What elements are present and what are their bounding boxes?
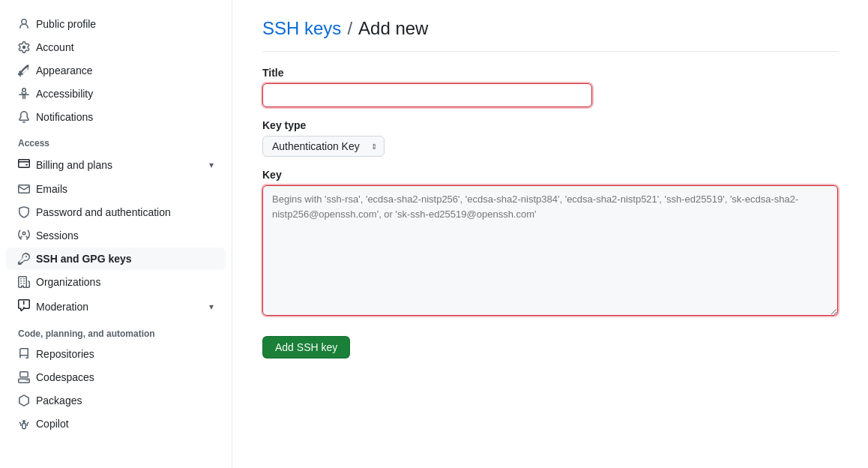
sidebar-item-label: Copilot [36,418,69,430]
key-type-wrapper: Authentication Key Signing Key ⇕ [262,136,385,157]
sidebar-item-label: Billing and plans [36,159,112,171]
key-group: Key [262,169,838,318]
sidebar-item-organizations[interactable]: Organizations [6,271,226,293]
breadcrumb-link[interactable]: SSH keys [262,18,341,39]
creditcard-icon [18,158,30,172]
org-icon [18,276,30,288]
codespaces-icon [18,371,30,383]
sidebar-item-appearance[interactable]: Appearance [6,59,226,82]
title-label: Title [262,67,838,79]
sidebar-section-1: Public profile Account Appearance Access… [0,13,232,128]
sidebar-item-account[interactable]: Account [6,36,226,58]
gear-icon [18,41,30,53]
page-header: SSH keys / Add new [262,18,838,52]
title-input[interactable] [262,83,592,107]
bell-icon [18,111,30,123]
key-type-select[interactable]: Authentication Key Signing Key [262,136,385,157]
sidebar-item-label: Sessions [36,230,79,242]
moderation-left: Moderation [18,299,88,314]
code-section-label: Code, planning, and automation [0,320,232,342]
sidebar-item-label: Public profile [36,18,96,30]
sidebar-item-packages[interactable]: Packages [6,389,226,412]
access-label: Access [0,129,232,152]
sidebar-item-codespaces[interactable]: Codespaces [6,366,226,388]
person-icon [18,18,30,30]
add-ssh-key-button[interactable]: Add SSH key [262,336,350,358]
sidebar-item-copilot[interactable]: Copilot [6,412,226,435]
key-type-group: Key type Authentication Key Signing Key … [262,119,838,157]
sidebar-item-repositories[interactable]: Repositories [6,343,226,365]
sidebar-item-label: Emails [36,183,67,195]
main-content: SSH keys / Add new Title Key type Authen… [232,0,868,468]
sidebar-item-emails[interactable]: Emails [6,178,226,200]
copilot-icon [18,418,30,430]
shield-icon [18,206,30,218]
mail-icon [18,183,30,195]
sidebar-item-label: Organizations [36,276,100,288]
sidebar-item-accessibility[interactable]: Accessibility [6,82,226,105]
sidebar-item-billing[interactable]: Billing and plans ▾ [6,152,226,177]
title-group: Title [262,67,838,107]
paintbrush-icon [18,64,30,76]
sidebar-item-label: Codespaces [36,371,94,383]
report-icon [18,299,30,314]
key-textarea-wrapper [262,185,838,318]
sidebar-section-code: Code, planning, and automation Repositor… [0,320,232,435]
package-icon [18,394,30,406]
key-textarea[interactable] [262,185,838,316]
repo-icon [18,348,30,360]
sidebar: Public profile Account Appearance Access… [0,0,232,468]
broadcast-icon [18,230,30,242]
sidebar-item-public-profile[interactable]: Public profile [6,13,226,35]
breadcrumb-current: Add new [358,18,428,39]
sidebar-item-label: Appearance [36,64,93,76]
accessibility-icon [18,88,30,100]
key-type-label: Key type [262,119,838,131]
chevron-down-icon: ▾ [209,160,214,170]
key-label: Key [262,169,838,181]
sidebar-item-label: Moderation [36,301,88,313]
sidebar-item-sessions[interactable]: Sessions [6,224,226,247]
sidebar-item-label: Account [36,41,74,53]
add-ssh-key-label: Add SSH key [275,341,337,353]
breadcrumb-separator: / [347,18,352,39]
billing-left: Billing and plans [18,158,112,172]
sidebar-item-label: Accessibility [36,88,93,100]
sidebar-section-access: Access Billing and plans ▾ Emails Passwo… [0,129,232,319]
sidebar-item-label: SSH and GPG keys [36,253,132,265]
sidebar-item-label: Password and authentication [36,206,171,218]
sidebar-item-label: Repositories [36,348,94,360]
chevron-down-icon-moderation: ▾ [209,302,214,312]
sidebar-item-label: Notifications [36,111,93,123]
sidebar-item-notifications[interactable]: Notifications [6,106,226,128]
key-icon [18,253,30,265]
sidebar-item-label: Packages [36,394,82,406]
sidebar-item-moderation[interactable]: Moderation ▾ [6,294,226,319]
sidebar-item-password-auth[interactable]: Password and authentication [6,201,226,224]
sidebar-item-ssh-gpg[interactable]: SSH and GPG keys [6,248,226,270]
